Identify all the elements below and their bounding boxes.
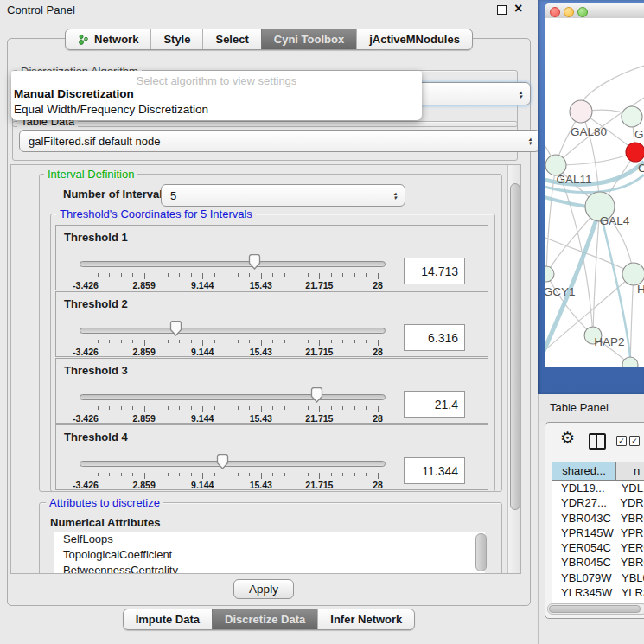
network-edge[interactable] — [630, 274, 634, 365]
slider-tick — [272, 273, 273, 277]
attribute-list-item[interactable]: BetweennessCentrality — [54, 563, 485, 573]
table-row[interactable]: YLR345WYLR3 — [552, 585, 644, 600]
slider-tick — [179, 340, 180, 343]
tab-network[interactable]: Network — [66, 29, 150, 49]
columns-icon[interactable] — [589, 433, 606, 450]
table-row[interactable]: YDL19...YDL1 — [552, 481, 644, 495]
horizontal-scrollbar[interactable] — [547, 603, 644, 615]
slider-tick — [86, 406, 86, 412]
slider-tick — [284, 273, 285, 277]
mode-tab-impute-data[interactable]: Impute Data — [124, 609, 212, 629]
network-node[interactable] — [626, 143, 644, 162]
slider-tick-label: 9.144 — [191, 347, 214, 357]
slider-track[interactable] — [80, 261, 386, 267]
table-row[interactable]: YBR043CYBR0 — [552, 511, 644, 526]
slider-tick — [378, 406, 379, 412]
slider-tick — [331, 406, 332, 410]
table-row[interactable]: YBR045CYBR0 — [552, 555, 644, 570]
slider-tick — [86, 340, 86, 346]
threshold-4-slider[interactable]: -3.4262.8599.14415.4321.71528 — [80, 454, 386, 488]
slider-tick — [109, 340, 110, 343]
close-panel-icon[interactable]: × — [514, 1, 522, 16]
mac-close-button[interactable] — [550, 7, 560, 17]
tab-cyni-toolbox[interactable]: Cyni Toolbox — [261, 29, 356, 49]
vertical-scrollbar[interactable] — [507, 165, 521, 573]
table-data-combobox[interactable]: galFiltered.sif default node ▴▾ — [19, 130, 540, 152]
slider-tick — [144, 406, 145, 412]
checkbox-icon[interactable]: ✓ — [629, 436, 640, 446]
threshold-2-value-field[interactable]: 6.316 — [404, 324, 465, 351]
spinner-down-icon: ▾ — [528, 141, 532, 145]
slider-tick-label: 9.144 — [191, 413, 214, 424]
slider-track[interactable] — [80, 394, 386, 400]
slider-tick-label: -3.426 — [73, 413, 99, 424]
slider-tick — [284, 340, 285, 343]
table-panel-titlebar: Table Panel — [538, 394, 644, 422]
column-header-name[interactable]: n — [616, 462, 644, 481]
slider-tick — [272, 340, 273, 343]
slider-tick — [179, 473, 180, 476]
table-row[interactable]: YBL079WYBL0 — [552, 571, 644, 585]
tab-select[interactable]: Select — [202, 29, 260, 49]
threshold-4-label: Threshold 4 — [64, 430, 128, 443]
slider-thumb[interactable] — [248, 254, 261, 270]
slider-tick — [354, 406, 355, 410]
attribute-list-item[interactable]: TopologicalCoefficient — [54, 547, 485, 563]
numerical-attributes-list[interactable]: SelfLoopsTopologicalCoefficientBetweenne… — [54, 532, 485, 573]
column-header-shared-name[interactable]: shared... — [552, 462, 616, 481]
tab-jactivemnodules[interactable]: jActiveMNodules — [356, 29, 472, 49]
slider-tick-label: 2.859 — [132, 413, 155, 424]
slider-thumb[interactable] — [310, 387, 323, 403]
network-node[interactable] — [545, 266, 554, 282]
slider-track[interactable] — [80, 461, 386, 467]
cell-name: YBR0 — [615, 555, 644, 570]
network-node-label: GAL11 — [556, 173, 591, 186]
number-of-intervals-combobox[interactable]: 5 ▴▾ — [161, 184, 405, 207]
mac-minimize-button[interactable] — [564, 7, 574, 17]
threshold-3-value-field[interactable]: 21.4 — [404, 391, 465, 418]
threshold-1-slider[interactable]: -3.4262.8599.14415.4321.71528 — [80, 254, 386, 289]
panel-title: Control Panel — [7, 3, 75, 16]
threshold-2-slider[interactable]: -3.4262.8599.14415.4321.71528 — [80, 321, 386, 355]
slider-tick — [296, 340, 296, 343]
table-row[interactable]: YER054CYER0 — [552, 540, 644, 555]
network-node[interactable] — [570, 100, 592, 123]
table-row[interactable]: YPR145WYPR1 — [552, 526, 644, 540]
checkbox-icon[interactable]: ✓ — [616, 436, 627, 446]
attribute-list-item[interactable]: SelfLoops — [54, 532, 485, 547]
slider-thumb[interactable] — [216, 454, 229, 469]
slider-tick-label: 28 — [373, 347, 383, 357]
network-canvas[interactable]: GAL80GCGAL11GAL4GCY1HHAP2 — [545, 18, 644, 367]
dropdown-option-equal-width-frequency[interactable]: Equal Width/Frequency Discretization — [14, 103, 208, 116]
slider-tick — [272, 473, 273, 476]
threshold-2-panel: Threshold 2 -3.4262.8599.14415.4321.7152… — [55, 291, 488, 357]
slider-tick — [179, 273, 180, 277]
threshold-4-value-field[interactable]: 11.344 — [404, 457, 465, 484]
tab-style[interactable]: Style — [150, 29, 202, 49]
slider-tick — [98, 406, 99, 410]
slider-tick — [308, 273, 309, 277]
slider-tick — [342, 473, 343, 476]
table-row[interactable]: YIL053CYIL0 — [552, 600, 644, 603]
slider-thumb[interactable] — [169, 321, 182, 336]
float-window-icon[interactable] — [497, 5, 507, 15]
network-node[interactable] — [622, 106, 642, 127]
threshold-1-value-field[interactable]: 14.713 — [404, 258, 465, 284]
slider-track[interactable] — [80, 328, 386, 334]
vertical-scrollbar-thumb[interactable] — [510, 183, 520, 510]
dropdown-option-manual-discretization[interactable]: Manual Discretization — [14, 87, 134, 100]
gear-icon[interactable]: ⚙ — [560, 428, 575, 448]
table-row[interactable]: YDR27...YDR2 — [552, 495, 644, 510]
mode-tabs: Impute DataDiscretize DataInfer Network — [123, 609, 416, 630]
apply-button[interactable]: Apply — [233, 579, 294, 599]
list-scrollbar-thumb[interactable] — [475, 533, 487, 571]
mac-zoom-button[interactable] — [577, 7, 588, 17]
threshold-3-slider[interactable]: -3.4262.8599.14415.4321.71528 — [80, 387, 386, 422]
mode-tab-infer-network[interactable]: Infer Network — [317, 609, 414, 629]
attributes-group-label: Attributes to discretize — [46, 496, 163, 509]
horizontal-scrollbar-thumb[interactable] — [549, 605, 641, 613]
slider-tick — [354, 473, 355, 476]
network-edge[interactable] — [583, 66, 644, 101]
mode-tab-discretize-data[interactable]: Discretize Data — [212, 609, 317, 629]
network-node[interactable] — [622, 357, 638, 367]
